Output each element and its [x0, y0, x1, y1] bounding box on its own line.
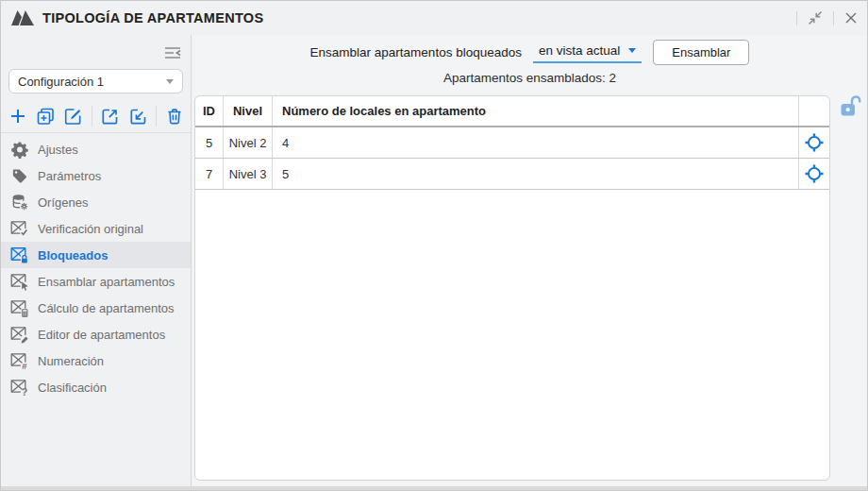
configuration-select[interactable]: Configuración 1	[8, 69, 183, 93]
column-header-id: ID	[195, 96, 224, 126]
table-row[interactable]: 7 Nivel 3 5	[195, 159, 829, 190]
sidebar-item-verificacion-original[interactable]: Verificación original	[1, 215, 191, 242]
chevron-down-icon	[628, 48, 636, 53]
sidebar-item-editor-de-apartamentos[interactable]: Editor de apartamentos	[1, 321, 191, 347]
app-logo-icon	[10, 8, 35, 28]
close-window-button[interactable]	[844, 11, 858, 25]
apartment-hash-icon: #	[10, 352, 29, 370]
assemble-button[interactable]: Ensamblar	[653, 40, 749, 65]
tag-icon	[10, 167, 29, 185]
column-header-locales: Número de locales en apartamento	[273, 96, 798, 126]
table-header-row: ID Nivel Número de locales en apartament…	[195, 96, 829, 127]
svg-text:#: #	[22, 361, 27, 370]
sidebar-item-label: Cálculo de apartamentos	[38, 301, 175, 315]
duplicate-configuration-button[interactable]	[36, 107, 56, 127]
delete-configuration-button[interactable]	[165, 107, 184, 127]
cell-locales: 5	[273, 159, 798, 189]
column-header-actions	[798, 96, 829, 126]
cell-locales: 4	[273, 127, 798, 158]
sidebar-item-clasificacion[interactable]: ? Clasificación	[1, 374, 191, 400]
sidebar-item-label: Clasificación	[38, 381, 107, 395]
view-scope-value: en vista actual	[539, 43, 620, 58]
title-bar: TIPOLOGÍA DE APARTAMENTOS	[1, 1, 867, 35]
apartment-cursor-icon	[10, 273, 29, 291]
configuration-toolbar	[1, 101, 192, 131]
duplicate-icon	[36, 107, 56, 127]
window-bottom-edge	[1, 486, 867, 490]
sidebar-item-calculo-de-apartamentos[interactable]: Cálculo de apartamentos	[1, 295, 191, 321]
titlebar-separator	[796, 11, 797, 25]
apartment-lock-icon	[10, 246, 29, 264]
main-area: Ensamblar apartamentos bloqueados en vis…	[192, 35, 867, 490]
locate-crosshair-icon	[804, 132, 825, 153]
sidebar-item-parametros[interactable]: Parámetros	[1, 162, 191, 189]
view-scope-select[interactable]: en vista actual	[533, 41, 642, 63]
restore-window-button[interactable]	[808, 10, 823, 25]
configuration-select-value: Configuración 1	[18, 75, 166, 89]
sidebar: Configuración 1	[1, 35, 192, 490]
window-title: TIPOLOGÍA DE APARTAMENTOS	[42, 10, 263, 25]
sidebar-item-origenes[interactable]: Orígenes	[1, 189, 191, 215]
sidebar-item-label: Bloqueados	[38, 248, 108, 262]
database-gear-icon	[10, 194, 29, 212]
locate-row-button[interactable]	[804, 132, 825, 153]
edit-icon	[63, 107, 83, 127]
import-icon	[128, 107, 148, 127]
add-configuration-button[interactable]	[8, 107, 27, 126]
cell-nivel: Nivel 3	[224, 159, 273, 189]
table-row[interactable]: 5 Nivel 2 4	[195, 127, 829, 159]
sidebar-item-label: Ensamblar apartamentos	[38, 275, 175, 289]
collapse-sidebar-icon	[164, 45, 181, 60]
sidebar-item-label: Orígenes	[38, 195, 88, 210]
apartment-calculator-icon	[10, 299, 29, 317]
locate-crosshair-icon	[804, 163, 825, 184]
assemble-label: Ensamblar apartamentos bloqueados	[310, 45, 522, 59]
sidebar-item-bloqueados[interactable]: Bloqueados	[1, 242, 191, 268]
close-icon	[844, 11, 858, 25]
gear-icon	[10, 141, 29, 159]
export-icon	[100, 107, 120, 127]
sidebar-nav: Ajustes Parámetros	[1, 136, 191, 400]
import-configuration-button[interactable]	[128, 107, 148, 127]
assemble-controls-row: Ensamblar apartamentos bloqueados en vis…	[192, 38, 867, 66]
locate-row-button[interactable]	[804, 163, 825, 184]
svg-text:?: ?	[22, 386, 27, 397]
toolbar-separator	[156, 106, 157, 127]
restore-window-icon	[808, 10, 823, 25]
chevron-down-icon	[166, 79, 174, 84]
toolbar-separator	[92, 106, 92, 127]
cell-id: 5	[195, 127, 224, 158]
assembled-count-label: Apartamentos ensamblados: 2	[192, 71, 867, 85]
column-header-nivel: Nivel	[224, 96, 273, 126]
collapse-sidebar-button[interactable]	[164, 45, 181, 64]
sidebar-item-numeracion[interactable]: # Numeración	[1, 347, 191, 374]
lock-toggle-button[interactable]	[839, 94, 861, 124]
export-configuration-button[interactable]	[100, 107, 120, 127]
cell-id: 7	[195, 159, 224, 189]
unlock-icon	[839, 94, 861, 120]
sidebar-item-ajustes[interactable]: Ajustes	[1, 136, 191, 162]
trash-icon	[165, 107, 184, 127]
blocked-apartments-panel: ID Nivel Número de locales en apartament…	[194, 95, 830, 481]
app-window: TIPOLOGÍA DE APARTAMENTOS	[0, 0, 868, 491]
sidebar-item-ensamblar-apartamentos[interactable]: Ensamblar apartamentos	[1, 268, 191, 295]
add-icon	[8, 107, 27, 126]
sidebar-item-label: Numeración	[38, 354, 104, 368]
sidebar-item-label: Ajustes	[38, 143, 78, 157]
cell-nivel: Nivel 2	[224, 127, 273, 158]
titlebar-separator	[833, 11, 834, 25]
apartment-check-icon	[10, 220, 29, 238]
apartment-question-icon: ?	[10, 379, 29, 397]
sidebar-item-label: Verificación original	[38, 222, 143, 236]
apartment-pencil-icon	[10, 326, 29, 344]
edit-configuration-button[interactable]	[63, 107, 83, 127]
sidebar-item-label: Parámetros	[38, 169, 101, 183]
sidebar-divider	[1, 132, 191, 133]
sidebar-item-label: Editor de apartamentos	[38, 328, 165, 342]
